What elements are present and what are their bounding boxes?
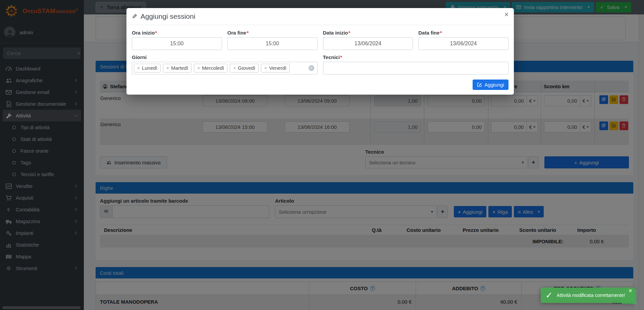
data-fine-input[interactable]: [418, 37, 508, 50]
tecnici-label: Tecnici*: [323, 54, 509, 60]
modal-submit-button[interactable]: Aggiungi: [473, 80, 508, 90]
ora-fine-input[interactable]: [227, 37, 318, 50]
day-tag: ×Venerdì: [261, 64, 290, 72]
toast-close-icon[interactable]: ×: [629, 288, 632, 294]
edit-icon: [477, 82, 482, 87]
modal-footer: Aggiungi: [126, 75, 514, 95]
ora-inizio-input[interactable]: [132, 37, 222, 50]
day-tag: ×Lunedì: [134, 64, 161, 72]
modal-header: ✎ Aggiungi sessioni ×: [126, 8, 514, 25]
modal-title: ✎ Aggiungi sessioni: [132, 12, 195, 20]
pencil-icon: ✎: [132, 13, 137, 20]
remove-tag-icon[interactable]: ×: [137, 65, 140, 71]
remove-tag-icon[interactable]: ×: [197, 65, 200, 71]
success-toast: ✓ Attività modificata correttamente! ×: [541, 288, 635, 303]
ora-inizio-label: Ora inizio*: [132, 30, 222, 36]
field-ora-fine: Ora fine*: [227, 30, 318, 50]
field-giorni: Giorni ×Lunedì ×Martedì ×Mercoledì ×Giov…: [132, 54, 318, 74]
remove-tag-icon[interactable]: ×: [166, 65, 169, 71]
giorni-label: Giorni: [132, 54, 318, 60]
day-tag: ×Martedì: [163, 64, 192, 72]
data-fine-label: Data fine*: [418, 30, 508, 36]
tecnici-input[interactable]: [323, 62, 509, 74]
modal-close-button[interactable]: ×: [504, 11, 508, 18]
remove-tag-icon[interactable]: ×: [264, 65, 267, 71]
day-tag: ×Mercoledì: [194, 64, 227, 72]
field-data-inizio: Data inizio*: [323, 30, 413, 50]
field-ora-inizio: Ora inizio*: [132, 30, 222, 50]
field-data-fine: Data fine*: [418, 30, 508, 50]
add-sessions-modal: ✎ Aggiungi sessioni × Ora inizio* Ora fi…: [126, 8, 514, 95]
ora-fine-label: Ora fine*: [227, 30, 318, 36]
clear-tags-icon[interactable]: ×: [309, 65, 314, 71]
field-tecnici: Tecnici*: [323, 54, 509, 74]
giorni-tags-input[interactable]: ×Lunedì ×Martedì ×Mercoledì ×Giovedì ×Ve…: [132, 62, 318, 74]
day-tag: ×Giovedì: [230, 64, 259, 72]
check-icon: ✓: [545, 291, 553, 300]
toast-message: Attività modificata correttamente!: [557, 293, 625, 298]
data-inizio-input[interactable]: [323, 37, 413, 50]
remove-tag-icon[interactable]: ×: [233, 65, 236, 71]
data-inizio-label: Data inizio*: [323, 30, 413, 36]
